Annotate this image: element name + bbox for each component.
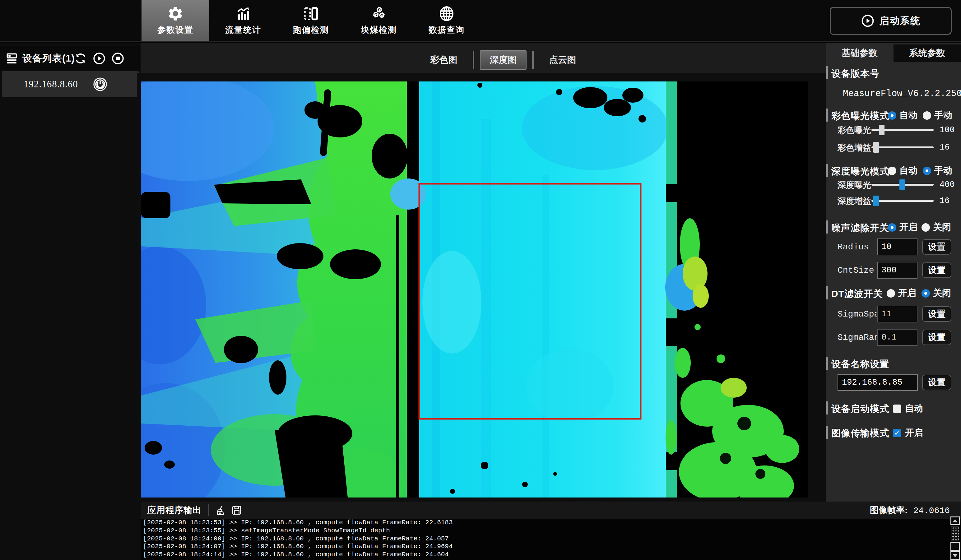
refresh-icon[interactable] xyxy=(74,52,87,65)
scrollbar-thumb[interactable] xyxy=(951,526,959,541)
depth-gain-slider[interactable] xyxy=(871,200,934,202)
tab-separator xyxy=(473,51,474,69)
depth-image[interactable] xyxy=(141,82,808,497)
radio-on[interactable] xyxy=(887,289,895,298)
section-accent xyxy=(826,401,828,414)
dt-filter-on-option[interactable]: 开启 xyxy=(887,287,916,299)
top-toolbar: 参数设置 流量统计 跑偏检测 块煤检测 数据查询 启动系统 xyxy=(0,0,961,42)
depth-exposure-auto-option[interactable]: 自动 xyxy=(888,164,918,177)
radio-off[interactable] xyxy=(921,289,930,298)
device-name-input[interactable]: 192.168.8.85 xyxy=(837,374,918,391)
startup-mode-checkbox-option[interactable]: 自动 xyxy=(893,402,923,415)
log-scrollbar[interactable] xyxy=(950,517,960,560)
device-list-item[interactable]: 192.168.8.60 xyxy=(2,71,139,97)
device-version-title: 设备版本号 xyxy=(831,67,879,80)
stop-all-icon[interactable] xyxy=(111,52,124,65)
radio-on[interactable] xyxy=(888,223,896,232)
log-line: [2025-02-08 18:24:07] >> IP: 192.168.8.6… xyxy=(143,542,961,551)
radio-manual[interactable] xyxy=(923,111,931,120)
slider-value: 400 xyxy=(940,180,955,189)
cntsize-field-row: CntSize 300 设置 xyxy=(826,262,961,279)
startup-auto-checkbox[interactable] xyxy=(893,404,901,413)
sigmaspace-set-button[interactable]: 设置 xyxy=(922,306,951,322)
scroll-up-button[interactable] xyxy=(950,517,960,525)
log-separator xyxy=(208,504,209,516)
radio-manual[interactable] xyxy=(923,167,931,175)
slider-value: 16 xyxy=(940,196,950,205)
flow-chart-icon xyxy=(235,6,251,22)
color-gain-slider-row: 彩色增益 16 xyxy=(826,142,961,153)
dt-filter-title: DT滤波开关 xyxy=(831,287,883,300)
device-list-toolbar xyxy=(74,52,124,65)
depth-gain-slider-row: 深度增益 16 xyxy=(826,196,961,207)
section-accent xyxy=(826,357,828,370)
log-line: [2025-02-08 18:23:55] >> setImageTransfe… xyxy=(143,527,961,535)
scroll-track-button[interactable] xyxy=(950,542,960,551)
clear-log-icon[interactable] xyxy=(215,505,226,516)
log-output[interactable]: [2025-02-08 18:23:53] >> IP: 192.168.8.6… xyxy=(141,519,961,560)
scroll-down-icon xyxy=(953,554,958,557)
radio-label: 自动 xyxy=(900,109,918,122)
toolbar-item-parameter-settings[interactable]: 参数设置 xyxy=(141,0,209,41)
color-exposure-title: 彩色曝光模式 xyxy=(831,110,889,122)
slider-value: 16 xyxy=(940,143,950,152)
sigmaspace-input[interactable]: 11 xyxy=(877,306,918,323)
log-header: 应用程序输出 图像帧率: 24.0616 xyxy=(141,502,961,519)
tab-depth-image[interactable]: 深度图 xyxy=(480,50,527,70)
depth-exposure-manual-option[interactable]: 手动 xyxy=(923,164,952,177)
slider-thumb[interactable] xyxy=(873,142,879,152)
cntsize-input[interactable]: 300 xyxy=(877,262,918,279)
depth-exposure-slider[interactable] xyxy=(871,184,934,186)
sigmaspace-field-row: SigmaSpace 11 设置 xyxy=(826,306,961,323)
toolbar-item-data-query[interactable]: 数据查询 xyxy=(413,0,480,41)
checkbox-label: 开启 xyxy=(905,427,923,439)
tab-color-image[interactable]: 彩色图 xyxy=(421,50,467,70)
log-line: [2025-02-08 18:24:14] >> IP: 192.168.8.6… xyxy=(143,551,961,559)
color-exposure-slider[interactable] xyxy=(871,129,934,131)
radio-label: 手动 xyxy=(934,109,952,122)
cntsize-set-button[interactable]: 设置 xyxy=(922,262,951,278)
play-all-icon[interactable] xyxy=(93,52,106,65)
toolbar-item-deviation-detection[interactable]: 跑偏检测 xyxy=(277,0,345,41)
radius-input[interactable]: 10 xyxy=(877,239,918,255)
section-accent xyxy=(826,286,828,299)
sigmarange-input[interactable]: 0.1 xyxy=(877,329,918,346)
radius-set-button[interactable]: 设置 xyxy=(922,239,951,255)
transfer-mode-title: 图像传输模式 xyxy=(831,427,889,440)
dt-filter-off-option[interactable]: 关闭 xyxy=(921,287,951,299)
slider-thumb[interactable] xyxy=(873,196,879,206)
tab-system-parameters[interactable]: 系统参数 xyxy=(894,45,961,62)
toolbar-item-coal-detection[interactable]: 块煤检测 xyxy=(345,0,413,41)
transfer-on-checkbox[interactable]: ✓ xyxy=(893,429,901,437)
noise-filter-off-option[interactable]: 关闭 xyxy=(921,221,951,234)
radio-auto[interactable] xyxy=(888,111,896,120)
slider-thumb[interactable] xyxy=(879,125,884,135)
power-icon[interactable] xyxy=(93,77,108,92)
play-circle-icon xyxy=(861,14,874,28)
noise-filter-on-option[interactable]: 开启 xyxy=(888,221,918,234)
device-name-set-button[interactable]: 设置 xyxy=(922,375,951,390)
tab-basic-parameters[interactable]: 基础参数 xyxy=(826,45,894,62)
radio-label: 手动 xyxy=(934,164,952,177)
radio-auto[interactable] xyxy=(888,167,896,175)
save-log-icon[interactable] xyxy=(231,505,242,516)
sigmarange-set-button[interactable]: 设置 xyxy=(922,330,951,345)
device-sidebar: 设备列表(1) 192.168.8.60 xyxy=(0,43,141,560)
start-system-button[interactable]: 启动系统 xyxy=(830,7,952,35)
checkbox-label: 自动 xyxy=(905,402,923,415)
main-view: 彩色图 深度图 点云图 xyxy=(141,43,826,502)
scroll-down-button[interactable] xyxy=(950,551,960,560)
deviation-icon xyxy=(303,6,319,22)
slider-thumb[interactable] xyxy=(900,180,905,190)
toolbar-item-flow-statistics[interactable]: 流量统计 xyxy=(209,0,277,41)
tab-point-cloud[interactable]: 点云图 xyxy=(539,50,586,70)
toolbar-item-label: 跑偏检测 xyxy=(293,24,329,35)
radio-off[interactable] xyxy=(921,223,930,232)
color-gain-slider[interactable] xyxy=(871,146,934,148)
color-exposure-auto-option[interactable]: 自动 xyxy=(888,109,918,122)
color-exposure-manual-option[interactable]: 手动 xyxy=(923,109,952,122)
globe-icon xyxy=(439,6,455,22)
device-ip: 192.168.8.60 xyxy=(24,79,78,90)
image-view-tabs: 彩色图 深度图 点云图 xyxy=(421,50,586,70)
transfer-mode-checkbox-option[interactable]: ✓ 开启 xyxy=(893,427,923,439)
